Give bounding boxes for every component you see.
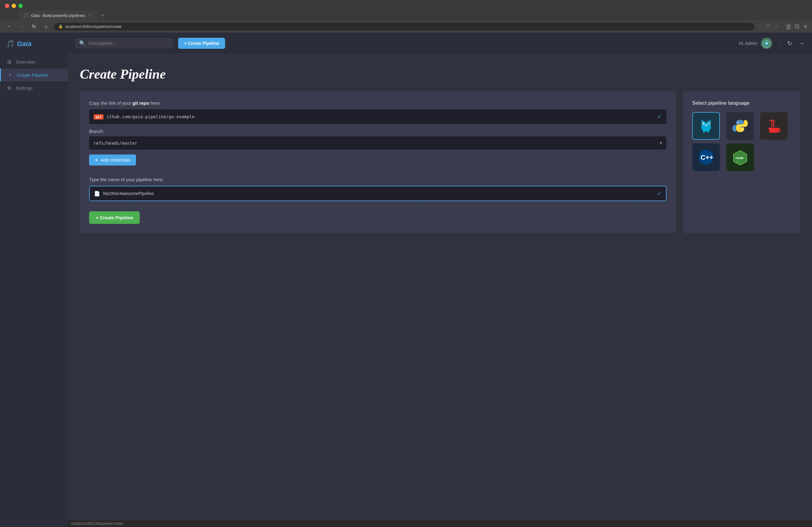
create-pipeline-button-label: + Create Pipeline xyxy=(184,41,219,46)
active-tab[interactable]: 🎵 Gaia - Build powerful pipelines × xyxy=(18,11,97,20)
divider-1 xyxy=(89,172,666,172)
bookmark-icon[interactable]: ☆ xyxy=(774,24,779,29)
go-logo xyxy=(698,118,714,134)
overview-icon: ⊞ xyxy=(6,59,12,65)
more-icon[interactable]: ··· xyxy=(758,24,762,29)
app-container: 🎵 Gaia ⊞ Overview + Create Pipeline ⚙ Se… xyxy=(0,32,812,527)
chevron-down-icon: ▾ xyxy=(660,140,662,146)
language-item-cpp[interactable]: C++ xyxy=(692,143,720,171)
library-icon[interactable]: ||| xyxy=(786,23,791,30)
user-area: Hi, Admin xyxy=(739,38,772,49)
page-title: Create Pipeline xyxy=(80,66,800,82)
search-placeholder: Find pipeline ... xyxy=(88,41,118,46)
sidebar: 🎵 Gaia ⊞ Overview + Create Pipeline ⚙ Se… xyxy=(0,32,68,527)
forward-button[interactable]: → xyxy=(17,22,26,31)
add-credentials-label: Add credentials xyxy=(101,158,131,162)
git-repo-input[interactable]: git ithub.com/gaia-pipeline/go-example ✓ xyxy=(89,109,666,124)
address-bar: ← → ↻ ⌂ 🔒 localhost:8081/#/pipeline/crea… xyxy=(0,20,812,32)
cpp-logo: C++ xyxy=(698,149,714,165)
git-url-text: ithub.com/gaia-pipeline/go-example xyxy=(106,114,655,119)
settings-icon: ⚙ xyxy=(6,85,12,91)
svg-rect-14 xyxy=(703,130,705,133)
url-bar[interactable]: 🔒 localhost:8081/#/pipeline/create xyxy=(54,23,755,30)
svg-point-16 xyxy=(737,122,739,123)
pipeline-name-input[interactable]: 📄 MyOtherAwesomePipeline ✓ xyxy=(89,186,666,201)
svg-text:C++: C++ xyxy=(700,153,713,161)
logo-icon: 🎵 xyxy=(6,40,14,48)
svg-text:node: node xyxy=(736,156,743,160)
shield-icon[interactable]: 🛡 xyxy=(766,24,771,29)
pipeline-name-text: MyOtherAwesomePipeline xyxy=(103,191,654,196)
create-pipeline-icon: + xyxy=(7,72,13,78)
svg-point-12 xyxy=(701,120,703,123)
sidebar-item-create-pipeline[interactable]: + Create Pipeline xyxy=(0,69,68,82)
logout-icon[interactable]: → xyxy=(798,40,804,47)
refresh-button[interactable]: ↻ xyxy=(29,22,38,31)
branch-value: refs/heads/master xyxy=(93,141,137,146)
language-grid: Java C++ xyxy=(692,112,791,171)
nodejs-logo: node .js xyxy=(732,149,748,165)
sidebar-item-create-pipeline-label: Create Pipeline xyxy=(17,72,48,78)
search-bar[interactable]: 🔍 Find pipeline ... xyxy=(75,38,173,48)
key-icon: ✦ xyxy=(95,158,98,162)
sidebar-nav: ⊞ Overview + Create Pipeline ⚙ Settings xyxy=(0,55,68,527)
tab-favicon: 🎵 xyxy=(23,13,29,18)
svg-text:.js: .js xyxy=(737,160,739,163)
tab-close-button[interactable]: × xyxy=(88,13,92,18)
language-item-go[interactable] xyxy=(692,112,720,140)
refresh-header-icon[interactable]: ↻ xyxy=(787,40,792,47)
sidebar-item-overview-label: Overview xyxy=(16,59,35,64)
python-logo xyxy=(733,118,748,134)
tab-title: Gaia - Build powerful pipelines xyxy=(31,13,85,18)
branch-label: Branch: xyxy=(89,129,666,134)
git-badge: git xyxy=(94,114,103,119)
form-card: Copy the link of your git repo here. git… xyxy=(80,91,676,233)
create-pipeline-submit-button[interactable]: + Create Pipeline xyxy=(89,211,140,224)
divider-2 xyxy=(89,206,666,206)
hamburger-menu-icon[interactable]: ≡ xyxy=(804,23,807,30)
main-content: 🔍 Find pipeline ... + Create Pipeline Hi… xyxy=(68,32,812,527)
add-credentials-button[interactable]: ✦ Add credentials xyxy=(89,155,136,165)
sidebar-item-overview[interactable]: ⊞ Overview xyxy=(0,55,68,69)
svg-point-3 xyxy=(765,42,768,45)
sidebar-item-settings-label: Settings xyxy=(16,85,32,91)
status-bar: localhost:8081/#/pipeline/create xyxy=(68,520,812,527)
home-button[interactable]: ⌂ xyxy=(42,22,50,31)
sidebar-logo: 🎵 Gaia xyxy=(0,32,68,55)
nav-right-icons: ||| ⊡ ≡ xyxy=(786,23,807,30)
tab-bar: 🎵 Gaia - Build powerful pipelines × + xyxy=(0,8,812,20)
greeting-text: Hi, Admin xyxy=(739,41,757,46)
url-text: localhost:8081/#/pipeline/create xyxy=(66,24,121,29)
language-item-python[interactable] xyxy=(726,112,754,140)
avatar[interactable] xyxy=(761,38,772,49)
header-actions: ↻ → xyxy=(780,40,804,47)
search-icon: 🔍 xyxy=(79,40,85,46)
new-tab-button[interactable]: + xyxy=(99,11,107,20)
pipeline-name-label: Type the name of your pipeline here. xyxy=(89,177,666,182)
traffic-lights xyxy=(0,0,812,8)
reader-icon[interactable]: ⊡ xyxy=(795,23,799,30)
repo-label: Copy the link of your git repo here. xyxy=(89,100,666,106)
logo-text: Gaia xyxy=(17,40,32,48)
create-pipeline-button[interactable]: + Create Pipeline xyxy=(178,38,225,49)
status-url: localhost:8081/#/pipeline/create xyxy=(71,522,123,526)
language-selector-title: Select pipeline language xyxy=(692,100,791,106)
svg-rect-15 xyxy=(707,130,709,133)
svg-point-11 xyxy=(705,124,708,126)
branch-select[interactable]: refs/heads/master ▾ xyxy=(89,136,666,149)
sidebar-item-settings[interactable]: ⚙ Settings xyxy=(0,82,68,94)
language-item-nodejs[interactable]: node .js xyxy=(726,143,754,171)
java-logo: Java xyxy=(767,118,781,134)
pipeline-name-check-icon: ✓ xyxy=(657,190,662,197)
document-icon: 📄 xyxy=(94,191,100,196)
browser-chrome: 🎵 Gaia - Build powerful pipelines × + ← … xyxy=(0,0,812,32)
language-item-java[interactable]: Java xyxy=(760,112,788,140)
back-button[interactable]: ← xyxy=(5,22,14,31)
page-content: Create Pipeline Copy the link of your gi… xyxy=(68,54,812,520)
close-traffic-light[interactable] xyxy=(5,4,9,8)
content-grid: Copy the link of your git repo here. git… xyxy=(80,91,800,233)
maximize-traffic-light[interactable] xyxy=(18,4,23,8)
repo-check-icon: ✓ xyxy=(657,113,662,120)
minimize-traffic-light[interactable] xyxy=(12,4,16,8)
svg-point-13 xyxy=(709,120,711,123)
